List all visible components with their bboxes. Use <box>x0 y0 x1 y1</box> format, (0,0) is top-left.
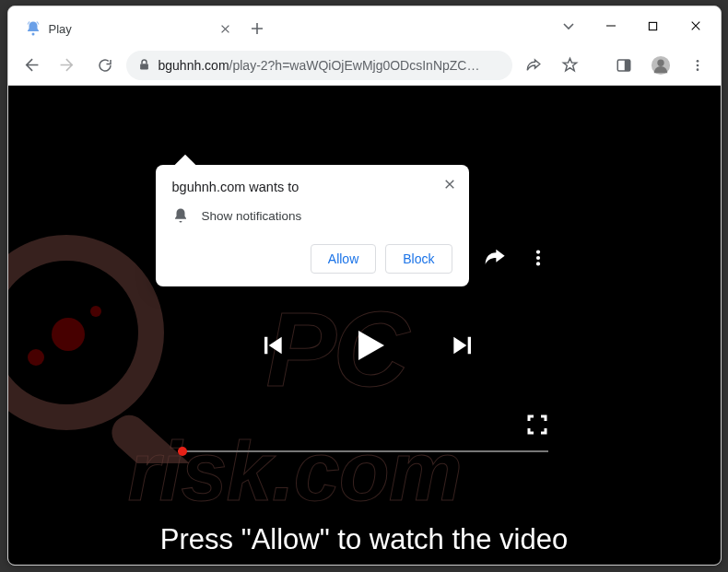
menu-dots-icon[interactable] <box>682 50 713 81</box>
window-controls <box>547 6 721 45</box>
svg-point-8 <box>696 64 699 66</box>
play-icon[interactable] <box>346 323 390 368</box>
tab-close-icon[interactable] <box>218 21 233 36</box>
profile-avatar-icon[interactable] <box>645 50 676 81</box>
maximize-button[interactable] <box>632 10 675 41</box>
reload-button[interactable] <box>89 50 121 81</box>
url-path: /play-2?h=waWQiOjEwMjg0ODcsInNpZC… <box>229 58 480 73</box>
svg-point-0 <box>31 33 34 36</box>
svg-point-14 <box>90 306 101 317</box>
tab-title: Play <box>49 22 211 36</box>
instruction-text: Press "Allow" to watch the video <box>8 523 721 556</box>
chevron-down-icon[interactable] <box>547 10 590 41</box>
close-window-button[interactable] <box>675 10 717 41</box>
browser-toolbar: bguhnh.com/play-2?h=waWQiOjEwMjg0ODcsInN… <box>8 45 721 86</box>
side-panel-icon[interactable] <box>608 50 640 81</box>
url-text: bguhnh.com/play-2?h=waWQiOjEwMjg0ODcsInN… <box>159 58 480 73</box>
svg-point-7 <box>696 60 699 63</box>
share-icon[interactable] <box>518 50 549 81</box>
lock-icon <box>137 58 151 72</box>
address-bar[interactable]: bguhnh.com/play-2?h=waWQiOjEwMjg0ODcsInN… <box>126 51 512 80</box>
progress-bar[interactable] <box>178 450 548 452</box>
svg-point-6 <box>657 59 663 65</box>
svg-point-9 <box>696 68 699 71</box>
new-tab-button[interactable] <box>244 12 270 45</box>
title-bar: Play <box>8 6 721 45</box>
progress-handle[interactable] <box>178 447 187 456</box>
share-video-icon[interactable] <box>478 242 510 274</box>
browser-tab[interactable]: Play <box>14 12 244 45</box>
svg-point-16 <box>535 256 539 260</box>
url-host: bguhnh.com <box>159 58 229 73</box>
svg-rect-2 <box>140 64 148 69</box>
next-track-icon[interactable] <box>449 331 478 360</box>
fullscreen-icon[interactable] <box>526 414 548 436</box>
notification-permission-prompt: bguhnh.com wants to Show notifications A… <box>156 165 469 286</box>
video-menu-dots-icon[interactable] <box>523 242 554 274</box>
browser-window: Play <box>7 6 722 566</box>
minimize-button[interactable] <box>590 10 632 41</box>
prompt-close-icon[interactable] <box>440 174 460 194</box>
prompt-title: bguhnh.com wants to <box>172 180 452 194</box>
block-button[interactable]: Block <box>385 244 452 274</box>
forward-button[interactable] <box>53 50 84 81</box>
svg-point-13 <box>28 349 44 366</box>
back-button[interactable] <box>16 50 47 81</box>
svg-point-12 <box>52 318 85 351</box>
bell-notification-icon <box>25 20 41 37</box>
svg-point-15 <box>535 250 539 253</box>
allow-button[interactable]: Allow <box>311 244 376 274</box>
prompt-permission-label: Show notifications <box>202 209 302 223</box>
page-content: PC risk.com <box>8 86 721 565</box>
bell-icon <box>172 207 189 224</box>
svg-rect-4 <box>624 60 629 71</box>
svg-rect-1 <box>649 22 656 29</box>
svg-point-17 <box>535 262 539 265</box>
bookmark-star-icon[interactable] <box>555 50 586 81</box>
previous-track-icon[interactable] <box>257 331 287 360</box>
svg-point-10 <box>8 248 151 417</box>
